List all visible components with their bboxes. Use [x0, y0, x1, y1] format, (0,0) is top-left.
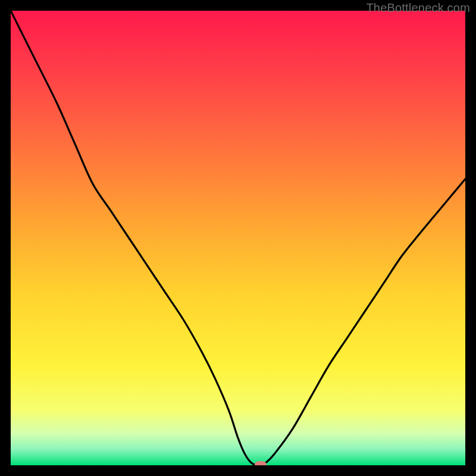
optimum-marker	[255, 461, 267, 465]
chart-svg	[11, 11, 465, 465]
watermark-text: TheBottleneck.com	[366, 1, 470, 15]
plot-area	[11, 11, 465, 465]
gradient-background	[11, 11, 465, 465]
chart-frame: TheBottleneck.com	[0, 0, 476, 476]
